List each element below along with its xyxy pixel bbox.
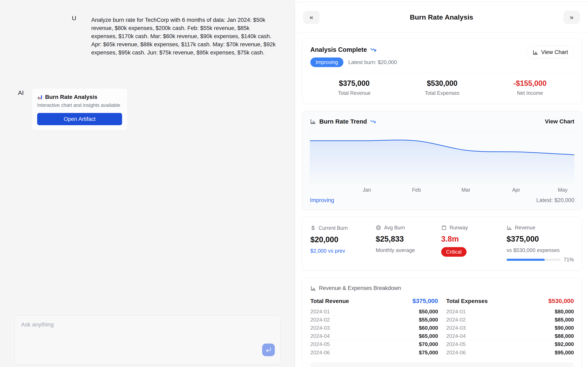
row-month: 2024-02	[310, 317, 330, 323]
row-month: 2024-04	[310, 333, 330, 339]
progress-track	[507, 259, 561, 261]
net-income-stat: -$155,000 Net Income	[486, 79, 574, 96]
row-value: $55,000	[419, 317, 438, 323]
bar-chart-icon	[310, 118, 316, 125]
view-chart-button[interactable]: View Chart	[527, 46, 574, 58]
table-row: 2024-05$92,000	[446, 340, 574, 349]
total-expenses-stat: $530,000 Total Expenses	[398, 79, 486, 96]
panel-header: « Burn Rate Analysis »	[295, 2, 588, 33]
artifact-title: Burn Rate Analysis	[45, 94, 97, 100]
total-revenue-value: $375,000	[310, 79, 398, 88]
table-row: 2024-06$75,000	[310, 349, 438, 357]
table-row: 2024-04$88,000	[446, 332, 574, 340]
calendar-icon	[441, 225, 447, 230]
x-tick-mar: Mar	[462, 187, 470, 193]
burn-trend-chart	[310, 132, 574, 183]
row-value: $75,000	[419, 350, 438, 356]
artifact-panel-wrap: « Burn Rate Analysis » Analysis Complete	[295, 0, 588, 367]
trend-latest-text: Latest: $20,000	[536, 197, 574, 203]
table-row: 2024-01$80,000	[446, 308, 574, 316]
avg-burn-sub: Monthly average	[376, 247, 441, 253]
revenue-column: Total Revenue $375,000 2024-01$50,000 20…	[310, 298, 438, 357]
current-burn-value: $20,000	[310, 235, 376, 244]
table-row: 2024-04$65,000	[310, 332, 438, 340]
panel-body: Analysis Complete Improving Latest burn:…	[295, 33, 588, 367]
target-icon	[376, 225, 381, 230]
revenue-metric: Revenue $375,000 vs $530,000 expenses 71…	[507, 225, 574, 263]
runway-value: 3.8m	[441, 235, 507, 243]
metrics-card: $ Current Burn $20,000 $2,000 vs prev Av…	[302, 217, 582, 271]
view-chart-label: View Chart	[541, 49, 568, 55]
table-row: 2024-03$90,000	[446, 324, 574, 332]
row-month: 2024-03	[310, 325, 330, 331]
x-tick-jan: Jan	[363, 187, 371, 193]
chat-input-box[interactable]	[15, 315, 281, 364]
row-value: $50,000	[419, 309, 438, 315]
row-value: $88,000	[555, 333, 574, 339]
chat-column: U Analyze burn rate for TechCorp with 6 …	[0, 0, 295, 367]
trend-status-text: Improving	[310, 197, 334, 203]
critical-badge: Critical	[441, 247, 467, 257]
row-month: 2024-01	[310, 309, 330, 315]
row-month: 2024-02	[446, 317, 466, 323]
trending-down-icon	[370, 119, 376, 124]
total-revenue-stat: $375,000 Total Revenue	[310, 79, 398, 96]
ai-avatar-label: AI	[18, 89, 24, 96]
avg-burn-value: $25,833	[376, 235, 441, 243]
latest-burn-text: Latest burn: $20,000	[348, 59, 397, 66]
revenue-total-value: $375,000	[412, 298, 438, 304]
dollar-icon: $	[310, 225, 316, 231]
row-value: $95,000	[555, 350, 574, 356]
expenses-total-label: Total Expenses	[446, 298, 488, 304]
table-row: 2024-03$60,000	[310, 324, 438, 332]
runway-label: Runway	[450, 225, 468, 231]
expand-panel-button[interactable]: »	[563, 11, 580, 24]
current-burn-sub: $2,000 vs prev	[310, 248, 376, 254]
row-month: 2024-06	[310, 350, 330, 356]
trend-view-chart-link[interactable]: View Chart	[545, 118, 574, 125]
burn-rate-trend-card: Burn Rate Trend View Chart	[302, 111, 582, 210]
avg-burn-label: Avg Burn	[384, 225, 405, 231]
user-message: Analyze burn rate for TechCorp with 6 mo…	[91, 16, 276, 57]
improving-badge: Improving	[310, 58, 343, 67]
chart-x-axis: Jan Feb Mar Apr May	[310, 184, 574, 193]
net-income-label: Net Income	[486, 90, 574, 96]
table-row: 2024-02$85,000	[446, 316, 574, 324]
breakdown-card: Revenue & Expenses Breakdown Total Reven…	[302, 277, 582, 367]
row-value: $65,000	[419, 333, 438, 339]
table-row: 2024-02$55,000	[310, 316, 438, 324]
row-value: $92,000	[555, 341, 574, 347]
chat-input[interactable]	[15, 316, 280, 348]
progress-label: 71%	[564, 257, 574, 263]
send-button[interactable]	[262, 343, 275, 356]
bar-chart-emoji-icon	[37, 94, 43, 100]
panel-title: Burn Rate Analysis	[410, 13, 473, 21]
bar-chart-icon	[310, 285, 316, 291]
revenue-label: Revenue	[515, 225, 535, 231]
open-artifact-button[interactable]: Open Artifact	[37, 113, 122, 125]
trending-down-icon	[370, 47, 376, 53]
collapse-panel-button[interactable]: «	[303, 11, 320, 24]
revenue-total-label: Total Revenue	[310, 298, 349, 304]
return-arrow-icon	[265, 347, 272, 353]
trend-title: Burn Rate Trend	[319, 118, 367, 125]
current-burn-label: Current Burn	[319, 225, 348, 231]
total-revenue-label: Total Revenue	[310, 90, 398, 96]
x-tick-may: May	[558, 187, 567, 193]
revenue-sub: vs $530,000 expenses	[507, 247, 574, 253]
row-month: 2024-05	[446, 341, 466, 347]
revenue-value: $375,000	[507, 235, 574, 243]
avg-burn-metric: Avg Burn $25,833 Monthly average	[376, 225, 441, 263]
artifact-subtitle: Interactive chart and insights available	[37, 102, 122, 108]
artifact-card: Burn Rate Analysis Interactive chart and…	[32, 88, 128, 131]
breakdown-title: Revenue & Expenses Breakdown	[319, 285, 401, 291]
total-expenses-label: Total Expenses	[398, 90, 486, 96]
x-tick-feb: Feb	[412, 187, 421, 193]
row-value: $80,000	[555, 309, 574, 315]
current-burn-metric: $ Current Burn $20,000 $2,000 vs prev	[310, 225, 376, 263]
revenue-progress: 71%	[507, 257, 574, 263]
expenses-column: Total Expenses $530,000 2024-01$80,000 2…	[446, 298, 574, 357]
bar-chart-icon	[507, 225, 512, 230]
table-row: 2024-01$50,000	[310, 308, 438, 316]
row-value: $90,000	[555, 325, 574, 331]
